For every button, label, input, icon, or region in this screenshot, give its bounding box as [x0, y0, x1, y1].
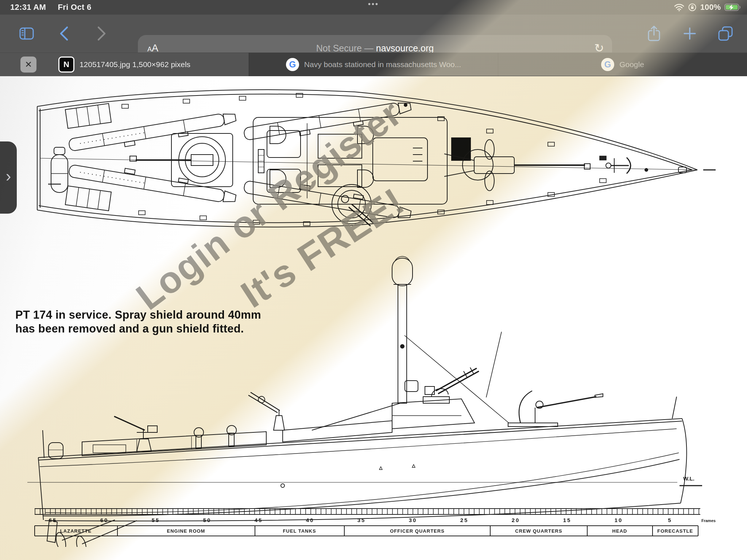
new-tab-button[interactable]	[679, 23, 700, 44]
slideover-handle[interactable]: ›	[0, 141, 17, 214]
forward-button[interactable]	[91, 23, 112, 44]
share-icon	[647, 25, 661, 42]
compartment-label: FUEL TANKS	[283, 528, 316, 534]
station-label: 60	[100, 517, 109, 523]
safari-chrome: 12:31 AM Fri Oct 6 ••• 100%	[0, 0, 747, 76]
share-button[interactable]	[643, 23, 665, 44]
chevron-left-icon	[58, 26, 69, 42]
page-content: PT 174 in service. Spray shield around 4…	[0, 76, 747, 560]
station-label: 50	[203, 517, 212, 523]
station-label: 65	[49, 517, 57, 523]
compartment-label: HEAD	[612, 528, 627, 534]
compartment-label: OFFICER QUARTERS	[390, 528, 445, 534]
tab-title: Google	[619, 60, 644, 69]
status-time: 12:31 AM	[10, 3, 46, 12]
sidebar-icon	[19, 27, 34, 40]
chevron-right-icon: ›	[6, 167, 11, 185]
compartment-label: ENGINE ROOM	[167, 528, 205, 534]
reader-options-button[interactable]: AA	[147, 43, 158, 54]
multitasking-indicator-icon: •••	[368, 0, 379, 8]
station-label: 5	[668, 517, 672, 523]
navsource-favicon: N	[58, 57, 74, 73]
close-tab-button[interactable]: ✕	[20, 57, 36, 73]
station-label: 35	[357, 517, 366, 523]
compartment-label: CREW QUARTERS	[515, 528, 562, 534]
ipad-safari-screen: PT 174 in service. Spray shield around 4…	[0, 0, 747, 560]
tabs-icon	[717, 26, 734, 41]
back-button[interactable]	[53, 23, 74, 44]
compartment-label: FORECASTLE	[657, 528, 693, 534]
battery-percent: 100%	[700, 3, 721, 12]
compartment-label: LAZARETTE	[60, 528, 92, 534]
url-text: Not Secure — navsource.org	[316, 43, 434, 54]
tabs-overview-button[interactable]	[715, 23, 736, 44]
rotation-lock-icon	[688, 3, 697, 12]
station-label: 10	[615, 517, 623, 523]
station-label: 40	[306, 517, 314, 523]
wifi-icon	[674, 3, 684, 11]
station-label: 20	[512, 517, 520, 523]
tab-title: 120517405.jpg 1,500×962 pixels	[80, 60, 190, 69]
security-label: Not Secure —	[316, 43, 374, 53]
tab-search-results[interactable]: G Navy boats stationed in massachusetts …	[249, 53, 498, 76]
station-label: 30	[409, 517, 417, 523]
station-label: 15	[563, 517, 572, 523]
frames-label: Frames	[701, 518, 716, 523]
tab-title: Navy boats stationed in massachusetts Wo…	[304, 60, 461, 69]
status-bar: 12:31 AM Fri Oct 6 ••• 100%	[0, 0, 747, 15]
station-label: 55	[152, 517, 160, 523]
tab-bar: ✕ N 120517405.jpg 1,500×962 pixels G Nav…	[0, 52, 747, 76]
google-favicon: G	[601, 58, 614, 71]
chevron-right-icon	[96, 26, 107, 42]
battery-charging-icon	[724, 3, 741, 11]
tab-google[interactable]: G Google	[498, 53, 747, 76]
google-favicon: G	[286, 58, 299, 71]
url-host: navsource.org	[376, 43, 434, 53]
station-label: 25	[460, 517, 469, 523]
side-view-drawing: W.L.	[27, 226, 717, 547]
tab-image[interactable]: ✕ N 120517405.jpg 1,500×962 pixels	[0, 53, 249, 76]
sidebar-button[interactable]	[16, 23, 37, 44]
station-label: 45	[255, 517, 263, 523]
navigation-toolbar: AA Not Secure — navsource.org ↻	[0, 15, 747, 52]
plus-icon	[682, 26, 697, 41]
status-date: Fri Oct 6	[58, 3, 92, 12]
